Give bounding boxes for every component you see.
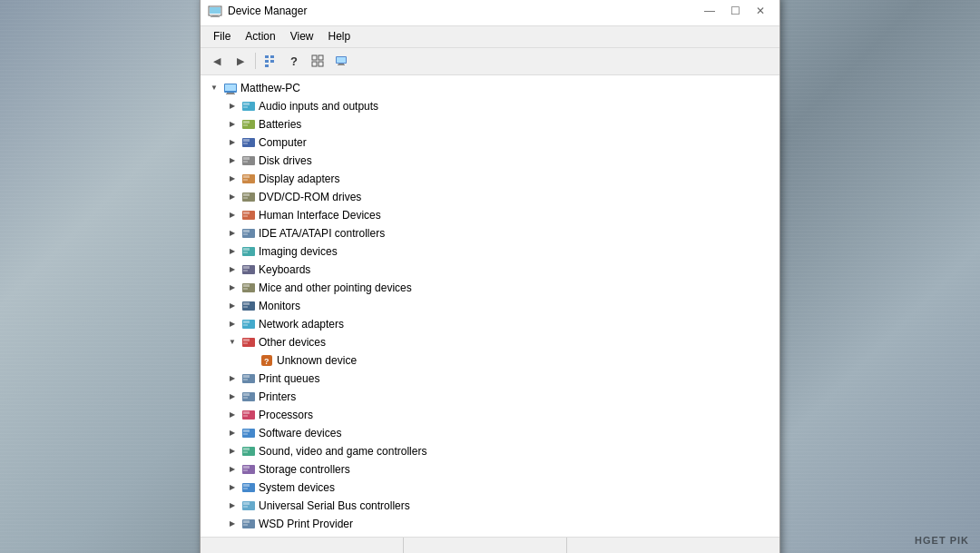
expand-icon-display[interactable]: ▶	[226, 173, 239, 185]
tree-item-dvd[interactable]: ▶DVD/CD-ROM drives	[201, 188, 779, 206]
item-label-wsd: WSD Print Provider	[259, 518, 353, 530]
svg-rect-23	[243, 106, 248, 108]
svg-rect-76	[243, 433, 248, 435]
expand-icon-storage[interactable]: ▶	[226, 463, 239, 476]
tree-item-printers[interactable]: ▶Printers	[201, 388, 779, 406]
tree-item-batteries[interactable]: ▶Batteries	[201, 115, 779, 133]
grid-button[interactable]	[307, 51, 328, 71]
expand-icon-printq[interactable]: ▶	[226, 372, 239, 385]
menu-action[interactable]: Action	[238, 28, 282, 44]
expand-icon-wsd[interactable]: ▶	[226, 518, 239, 530]
tree-item-disk[interactable]: ▶Disk drives	[201, 152, 779, 170]
tree-item-other[interactable]: ▼Other devices	[201, 333, 779, 351]
tree-item-display[interactable]: ▶Display adapters	[201, 170, 779, 188]
expand-icon-imaging[interactable]: ▶	[226, 245, 239, 258]
item-label-processors: Processors	[259, 409, 313, 421]
item-label-mice: Mice and other pointing devices	[259, 281, 412, 294]
tree-item-software[interactable]: ▶Software devices	[201, 424, 779, 442]
tree-item-processors[interactable]: ▶Processors	[201, 406, 779, 424]
svg-rect-67	[243, 379, 248, 380]
menu-help[interactable]: Help	[321, 28, 358, 44]
expand-icon-keyboards[interactable]: ▶	[226, 263, 239, 276]
tree-item-storage[interactable]: ▶Storage controllers	[201, 460, 779, 479]
tree-item-wsd[interactable]: ▶WSD Print Provider	[201, 515, 779, 533]
svg-rect-28	[243, 139, 250, 142]
svg-rect-29	[243, 143, 248, 144]
menu-file[interactable]: File	[206, 28, 238, 44]
svg-rect-5	[270, 55, 274, 58]
expand-icon-sound[interactable]: ▶	[226, 445, 239, 458]
svg-rect-85	[243, 488, 248, 489]
expand-icon-computer[interactable]: ▶	[226, 136, 239, 149]
grid-icon	[311, 54, 324, 67]
expand-icon-mice[interactable]: ▶	[226, 281, 239, 294]
svg-rect-16	[338, 64, 345, 65]
item-label-keyboards: Keyboards	[259, 263, 310, 276]
expand-icon-printers[interactable]: ▶	[226, 390, 239, 403]
help-button[interactable]: ?	[283, 51, 305, 71]
window-controls: — ☐ ✕	[698, 2, 772, 20]
tree-item-ide[interactable]: ▶IDE ATA/ATAPI controllers	[201, 224, 779, 242]
tree-item-imaging[interactable]: ▶Imaging devices	[201, 242, 779, 261]
tree-item-network[interactable]: ▶Network adapters	[201, 315, 779, 333]
item-icon-storage	[241, 462, 256, 477]
svg-rect-53	[243, 288, 248, 290]
svg-rect-22	[243, 103, 250, 105]
expand-icon-disk[interactable]: ▶	[226, 154, 239, 167]
forward-button[interactable]: ▶	[230, 51, 251, 71]
menu-view[interactable]: View	[283, 28, 321, 44]
item-label-unknown: Unknown device	[277, 354, 357, 367]
svg-rect-69	[243, 393, 250, 396]
expand-icon-other[interactable]: ▼	[226, 336, 239, 349]
item-label-printq: Print queues	[259, 372, 319, 385]
tree-item-monitors[interactable]: ▶Monitors	[201, 297, 779, 315]
tree-view-button[interactable]	[260, 51, 281, 71]
tree-item-system[interactable]: ▶System devices	[201, 479, 779, 497]
svg-rect-11	[312, 62, 317, 66]
tree-item-hid[interactable]: ▶Human Interface Devices	[201, 206, 779, 224]
item-icon-sound	[241, 444, 256, 459]
minimize-button[interactable]: —	[698, 2, 721, 20]
tree-item-root[interactable]: ▼Matthew-PC	[201, 79, 779, 97]
tree-item-mice[interactable]: ▶Mice and other pointing devices	[201, 279, 779, 297]
item-label-storage: Storage controllers	[259, 463, 350, 476]
item-label-disk: Disk drives	[259, 154, 312, 167]
expand-icon-usb[interactable]: ▶	[226, 499, 239, 512]
tree-item-computer[interactable]: ▶Computer	[201, 133, 779, 152]
item-label-other: Other devices	[259, 336, 326, 349]
tree-item-keyboards[interactable]: ▶Keyboards	[201, 261, 779, 279]
item-label-batteries: Batteries	[259, 118, 301, 131]
expand-icon-hid[interactable]: ▶	[226, 209, 239, 222]
expand-icon-network[interactable]: ▶	[226, 318, 239, 331]
expand-icon-system[interactable]: ▶	[226, 481, 239, 494]
expand-icon-software[interactable]: ▶	[226, 427, 239, 439]
expand-icon-processors[interactable]: ▶	[226, 409, 239, 421]
expand-icon-monitors[interactable]: ▶	[226, 300, 239, 312]
expand-icon-root[interactable]: ▼	[208, 82, 220, 94]
expand-icon-ide[interactable]: ▶	[226, 227, 239, 240]
expand-icon-audio[interactable]: ▶	[226, 100, 239, 113]
tree-item-printq[interactable]: ▶Print queues	[201, 370, 779, 388]
maximize-button[interactable]: ☐	[723, 2, 747, 20]
svg-rect-62	[243, 342, 248, 344]
tree-item-audio[interactable]: ▶Audio inputs and outputs	[201, 97, 779, 115]
tree-item-sound[interactable]: ▶Sound, video and game controllers	[201, 442, 779, 460]
toolbar: ◀ ▶ ?	[201, 48, 779, 75]
item-icon-dvd	[241, 190, 256, 204]
monitor-button[interactable]	[330, 51, 352, 71]
svg-rect-87	[243, 502, 250, 505]
item-icon-system	[241, 480, 256, 495]
expand-icon-dvd[interactable]: ▶	[226, 191, 239, 203]
tree-item-usb[interactable]: ▶Universal Serial Bus controllers	[201, 497, 779, 515]
back-button[interactable]: ◀	[206, 51, 228, 71]
svg-rect-38	[243, 197, 248, 199]
window-title: Device Manager	[228, 5, 307, 17]
svg-rect-88	[243, 506, 248, 508]
item-label-network: Network adapters	[259, 318, 344, 331]
item-label-usb: Universal Serial Bus controllers	[259, 499, 410, 512]
tree-item-unknown[interactable]: ?Unknown device	[201, 351, 779, 370]
svg-rect-61	[243, 339, 250, 341]
svg-rect-90	[243, 520, 250, 523]
expand-icon-batteries[interactable]: ▶	[226, 118, 239, 131]
close-button[interactable]: ✕	[749, 2, 772, 20]
